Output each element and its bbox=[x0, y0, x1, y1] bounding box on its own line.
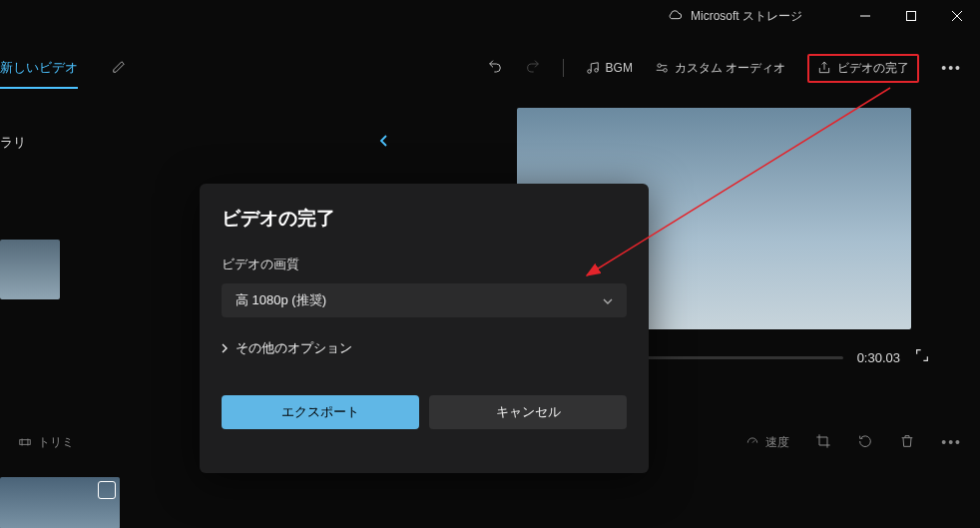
minimize-button[interactable] bbox=[842, 0, 888, 32]
music-icon bbox=[586, 61, 600, 75]
trim-label: トリミ bbox=[38, 434, 74, 451]
quality-label: ビデオの画質 bbox=[222, 256, 627, 273]
window-controls bbox=[842, 0, 980, 32]
speed-label: 速度 bbox=[765, 434, 789, 451]
finish-video-button[interactable]: ビデオの完了 bbox=[807, 54, 919, 83]
undo-button[interactable] bbox=[487, 58, 503, 78]
svg-point-4 bbox=[587, 70, 591, 74]
crop-icon[interactable] bbox=[815, 433, 831, 452]
svg-rect-1 bbox=[907, 12, 916, 21]
quality-select[interactable]: 高 1080p (推奨) bbox=[222, 283, 627, 317]
svg-point-5 bbox=[594, 69, 598, 73]
clip-select-checkbox[interactable] bbox=[98, 481, 116, 499]
chevron-down-icon bbox=[603, 294, 613, 306]
svg-point-6 bbox=[658, 64, 662, 67]
trim-icon bbox=[18, 435, 32, 449]
collapse-chevron-icon[interactable] bbox=[379, 134, 389, 151]
delete-icon[interactable] bbox=[899, 433, 915, 452]
svg-point-7 bbox=[664, 69, 668, 73]
library-label: ラリ bbox=[0, 134, 26, 152]
maximize-button[interactable] bbox=[888, 0, 934, 32]
cancel-button[interactable]: キャンセル bbox=[429, 395, 627, 429]
svg-rect-8 bbox=[20, 440, 31, 445]
chevron-right-icon bbox=[222, 341, 228, 356]
bgm-button[interactable]: BGM bbox=[586, 61, 633, 75]
trim-button[interactable]: トリミ bbox=[18, 434, 74, 451]
finish-video-dialog: ビデオの完了 ビデオの画質 高 1080p (推奨) その他のオプション エクス… bbox=[200, 184, 649, 473]
more-options-label: その他のオプション bbox=[236, 339, 352, 357]
audio-icon bbox=[655, 61, 669, 75]
dialog-title: ビデオの完了 bbox=[222, 206, 627, 232]
fullscreen-icon[interactable] bbox=[914, 347, 930, 367]
titlebar: Microsoft ストレージ bbox=[0, 0, 980, 32]
speed-button[interactable]: 速度 bbox=[745, 434, 789, 451]
rotate-icon[interactable] bbox=[857, 433, 873, 452]
close-button[interactable] bbox=[934, 0, 980, 32]
tab-new-video[interactable]: 新しいビデオ bbox=[0, 47, 78, 89]
bgm-label: BGM bbox=[606, 61, 633, 75]
library-thumbnail[interactable] bbox=[0, 240, 60, 299]
more-button[interactable]: ••• bbox=[941, 60, 962, 76]
storage-label: Microsoft ストレージ bbox=[691, 8, 802, 25]
custom-audio-label: カスタム オーディオ bbox=[675, 60, 785, 77]
speed-icon bbox=[745, 435, 759, 449]
more-options-toggle[interactable]: その他のオプション bbox=[222, 339, 627, 357]
time-display: 0:30.03 bbox=[857, 350, 900, 365]
custom-audio-button[interactable]: カスタム オーディオ bbox=[655, 60, 785, 77]
export-icon bbox=[817, 61, 831, 75]
edit-icon[interactable] bbox=[106, 54, 132, 83]
storyboard-clip[interactable] bbox=[0, 477, 120, 528]
quality-value: 高 1080p (推奨) bbox=[236, 291, 326, 309]
cloud-icon bbox=[667, 8, 683, 24]
finish-video-label: ビデオの完了 bbox=[837, 60, 909, 77]
toolbar-divider bbox=[563, 59, 564, 77]
redo-button[interactable] bbox=[525, 58, 541, 78]
storage-indicator[interactable]: Microsoft ストレージ bbox=[667, 8, 802, 25]
bottom-more-button[interactable]: ••• bbox=[941, 434, 962, 450]
dialog-buttons: エクスポート キャンセル bbox=[222, 395, 627, 429]
export-button[interactable]: エクスポート bbox=[222, 395, 419, 429]
main-toolbar: 新しいビデオ BGM カスタム オーディオ ビデオの完了 ••• bbox=[0, 44, 980, 92]
